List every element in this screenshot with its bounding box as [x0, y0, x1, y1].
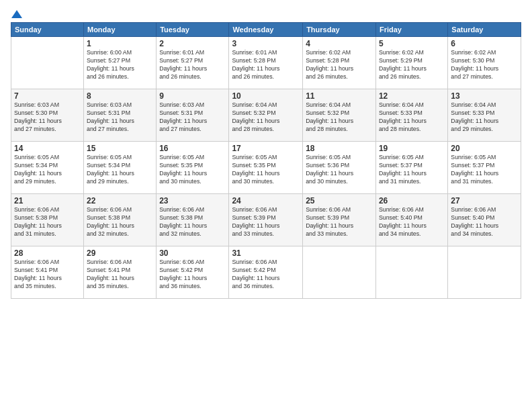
- day-number: 17: [232, 144, 300, 153]
- day-info: Sunrise: 6:05 AM Sunset: 5:35 PM Dayligh…: [232, 154, 300, 186]
- header: [11, 8, 521, 17]
- calendar-cell: 29Sunrise: 6:06 AM Sunset: 5:41 PM Dayli…: [83, 246, 156, 299]
- day-header-wednesday: Wednesday: [229, 23, 303, 37]
- day-number: 21: [14, 196, 81, 205]
- calendar-cell: 16Sunrise: 6:05 AM Sunset: 5:35 PM Dayli…: [157, 142, 229, 194]
- day-number: 28: [14, 248, 81, 258]
- calendar-cell: 25Sunrise: 6:06 AM Sunset: 5:39 PM Dayli…: [303, 194, 376, 246]
- day-number: 1: [87, 39, 153, 48]
- day-number: 6: [451, 39, 518, 48]
- day-info: Sunrise: 6:03 AM Sunset: 5:30 PM Dayligh…: [14, 101, 81, 134]
- calendar-cell: 6Sunrise: 6:02 AM Sunset: 5:30 PM Daylig…: [448, 37, 521, 89]
- calendar-cell: 23Sunrise: 6:06 AM Sunset: 5:38 PM Dayli…: [157, 194, 229, 246]
- day-info: Sunrise: 6:06 AM Sunset: 5:42 PM Dayligh…: [159, 259, 226, 291]
- day-number: 22: [87, 196, 153, 205]
- day-info: Sunrise: 6:06 AM Sunset: 5:41 PM Dayligh…: [87, 259, 153, 291]
- day-info: Sunrise: 6:06 AM Sunset: 5:39 PM Dayligh…: [232, 206, 300, 238]
- day-number: 2: [159, 39, 226, 48]
- day-info: Sunrise: 6:02 AM Sunset: 5:30 PM Dayligh…: [451, 49, 518, 81]
- calendar-cell: 31Sunrise: 6:06 AM Sunset: 5:42 PM Dayli…: [229, 246, 303, 299]
- calendar-cell: 13Sunrise: 6:04 AM Sunset: 5:33 PM Dayli…: [448, 89, 521, 142]
- day-info: Sunrise: 6:04 AM Sunset: 5:33 PM Dayligh…: [379, 101, 445, 134]
- day-info: Sunrise: 6:06 AM Sunset: 5:39 PM Dayligh…: [306, 206, 373, 238]
- day-info: Sunrise: 6:00 AM Sunset: 5:27 PM Dayligh…: [87, 49, 153, 81]
- calendar-cell: 24Sunrise: 6:06 AM Sunset: 5:39 PM Dayli…: [229, 194, 303, 246]
- day-number: 27: [451, 196, 518, 205]
- day-info: Sunrise: 6:05 AM Sunset: 5:36 PM Dayligh…: [306, 154, 373, 186]
- calendar-week-row: 21Sunrise: 6:06 AM Sunset: 5:38 PM Dayli…: [11, 194, 521, 246]
- day-header-friday: Friday: [375, 23, 447, 37]
- calendar-cell: 17Sunrise: 6:05 AM Sunset: 5:35 PM Dayli…: [229, 142, 303, 194]
- day-number: 16: [159, 144, 226, 153]
- calendar-cell: 2Sunrise: 6:01 AM Sunset: 5:27 PM Daylig…: [157, 37, 229, 89]
- calendar-cell: 21Sunrise: 6:06 AM Sunset: 5:38 PM Dayli…: [11, 194, 84, 246]
- day-info: Sunrise: 6:02 AM Sunset: 5:28 PM Dayligh…: [306, 49, 373, 81]
- day-header-monday: Monday: [83, 23, 156, 37]
- day-info: Sunrise: 6:05 AM Sunset: 5:34 PM Dayligh…: [14, 154, 81, 186]
- day-number: 11: [306, 91, 373, 101]
- calendar-cell: 22Sunrise: 6:06 AM Sunset: 5:38 PM Dayli…: [83, 194, 156, 246]
- day-header-sunday: Sunday: [11, 23, 84, 37]
- calendar-week-row: 7Sunrise: 6:03 AM Sunset: 5:30 PM Daylig…: [11, 89, 521, 142]
- day-info: Sunrise: 6:01 AM Sunset: 5:27 PM Dayligh…: [159, 49, 226, 81]
- day-number: 23: [159, 196, 226, 205]
- logo-icon: [11, 9, 22, 19]
- calendar-cell: 26Sunrise: 6:06 AM Sunset: 5:40 PM Dayli…: [375, 194, 447, 246]
- svg-marker-0: [11, 10, 22, 18]
- day-number: 8: [87, 91, 153, 101]
- calendar-cell: 3Sunrise: 6:01 AM Sunset: 5:28 PM Daylig…: [229, 37, 303, 89]
- day-info: Sunrise: 6:06 AM Sunset: 5:40 PM Dayligh…: [379, 206, 445, 238]
- calendar-cell: 14Sunrise: 6:05 AM Sunset: 5:34 PM Dayli…: [11, 142, 84, 194]
- calendar-cell: 27Sunrise: 6:06 AM Sunset: 5:40 PM Dayli…: [448, 194, 521, 246]
- calendar-cell: 30Sunrise: 6:06 AM Sunset: 5:42 PM Dayli…: [157, 246, 229, 299]
- day-number: 15: [87, 144, 153, 153]
- day-number: 4: [306, 39, 373, 48]
- page: SundayMondayTuesdayWednesdayThursdayFrid…: [0, 0, 532, 304]
- day-number: 18: [306, 144, 373, 153]
- calendar-cell: 10Sunrise: 6:04 AM Sunset: 5:32 PM Dayli…: [229, 89, 303, 142]
- day-info: Sunrise: 6:02 AM Sunset: 5:29 PM Dayligh…: [379, 49, 445, 81]
- day-header-saturday: Saturday: [448, 23, 521, 37]
- day-info: Sunrise: 6:06 AM Sunset: 5:40 PM Dayligh…: [451, 206, 518, 238]
- day-number: 13: [451, 91, 518, 101]
- day-info: Sunrise: 6:05 AM Sunset: 5:37 PM Dayligh…: [451, 154, 518, 186]
- day-info: Sunrise: 6:04 AM Sunset: 5:32 PM Dayligh…: [306, 101, 373, 134]
- logo: [11, 8, 22, 17]
- day-info: Sunrise: 6:04 AM Sunset: 5:33 PM Dayligh…: [451, 101, 518, 134]
- day-number: 26: [379, 196, 445, 205]
- day-number: 31: [232, 248, 300, 258]
- calendar-cell: 19Sunrise: 6:05 AM Sunset: 5:37 PM Dayli…: [375, 142, 447, 194]
- day-info: Sunrise: 6:06 AM Sunset: 5:41 PM Dayligh…: [14, 259, 81, 291]
- calendar-week-row: 28Sunrise: 6:06 AM Sunset: 5:41 PM Dayli…: [11, 246, 521, 299]
- day-number: 20: [451, 144, 518, 153]
- day-info: Sunrise: 6:03 AM Sunset: 5:31 PM Dayligh…: [87, 101, 153, 134]
- day-number: 19: [379, 144, 445, 153]
- calendar-cell: 11Sunrise: 6:04 AM Sunset: 5:32 PM Dayli…: [303, 89, 376, 142]
- day-info: Sunrise: 6:06 AM Sunset: 5:38 PM Dayligh…: [159, 206, 226, 238]
- day-number: 24: [232, 196, 300, 205]
- calendar-cell: 9Sunrise: 6:03 AM Sunset: 5:31 PM Daylig…: [157, 89, 229, 142]
- day-info: Sunrise: 6:06 AM Sunset: 5:38 PM Dayligh…: [87, 206, 153, 238]
- calendar-cell: [303, 246, 376, 299]
- calendar-header-row: SundayMondayTuesdayWednesdayThursdayFrid…: [11, 23, 521, 37]
- day-number: 9: [159, 91, 226, 101]
- day-number: 14: [14, 144, 81, 153]
- calendar-cell: 1Sunrise: 6:00 AM Sunset: 5:27 PM Daylig…: [83, 37, 156, 89]
- day-header-tuesday: Tuesday: [157, 23, 229, 37]
- calendar-week-row: 1Sunrise: 6:00 AM Sunset: 5:27 PM Daylig…: [11, 37, 521, 89]
- day-info: Sunrise: 6:05 AM Sunset: 5:37 PM Dayligh…: [379, 154, 445, 186]
- calendar-cell: 28Sunrise: 6:06 AM Sunset: 5:41 PM Dayli…: [11, 246, 84, 299]
- calendar-cell: 12Sunrise: 6:04 AM Sunset: 5:33 PM Dayli…: [375, 89, 447, 142]
- calendar-cell: 7Sunrise: 6:03 AM Sunset: 5:30 PM Daylig…: [11, 89, 84, 142]
- calendar-cell: [375, 246, 447, 299]
- calendar-cell: 8Sunrise: 6:03 AM Sunset: 5:31 PM Daylig…: [83, 89, 156, 142]
- day-info: Sunrise: 6:06 AM Sunset: 5:38 PM Dayligh…: [14, 206, 81, 238]
- day-number: 3: [232, 39, 300, 48]
- day-number: 10: [232, 91, 300, 101]
- calendar-week-row: 14Sunrise: 6:05 AM Sunset: 5:34 PM Dayli…: [11, 142, 521, 194]
- day-info: Sunrise: 6:05 AM Sunset: 5:34 PM Dayligh…: [87, 154, 153, 186]
- calendar-cell: 4Sunrise: 6:02 AM Sunset: 5:28 PM Daylig…: [303, 37, 376, 89]
- calendar-table: SundayMondayTuesdayWednesdayThursdayFrid…: [11, 22, 521, 299]
- calendar-cell: 5Sunrise: 6:02 AM Sunset: 5:29 PM Daylig…: [375, 37, 447, 89]
- day-info: Sunrise: 6:03 AM Sunset: 5:31 PM Dayligh…: [159, 101, 226, 134]
